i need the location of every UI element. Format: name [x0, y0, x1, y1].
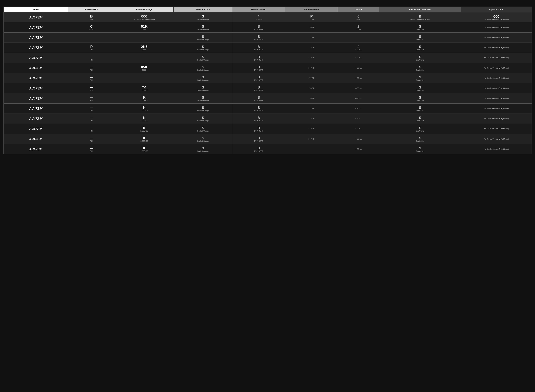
cell-pressure-type: SSealed Gauge — [174, 93, 232, 103]
cell-options-code: No Special Options (3-Digit Code) — [461, 144, 532, 154]
cell-pressure-range: 2K52500 — [115, 43, 174, 53]
table-row: AV47SM—PSIK1.00E+03SSealed GaugeB1/4 MBS… — [3, 144, 532, 154]
cell-wetted-material: 17-4PH — [285, 43, 338, 53]
cell-wetted-material: 17-4PH — [285, 22, 338, 33]
cell-wetted-material — [285, 144, 338, 154]
cell-pressure-unit: —PSI — [68, 93, 115, 103]
cell-serial: AV47SM — [3, 144, 68, 154]
cell-pressure-type: SSealed Gauge — [174, 33, 232, 43]
cell-serial: AV47SM — [3, 33, 68, 43]
cell-pressure-type: SSealed Gauge — [174, 43, 232, 53]
cell-electrical-connection: S3m Cable — [379, 93, 461, 103]
cell-pressure-range: K1.00E+03 — [115, 124, 174, 134]
cell-electrical-connection: BBendix Connector (6-Pin) — [379, 12, 461, 22]
cell-serial: AV47SM — [3, 114, 68, 124]
cell-pressure-range: 01K1000 — [115, 22, 174, 33]
cell-pressure-type: SSealed Gauge — [174, 22, 232, 33]
cell-options-code: No Special Options (3-Digit Code) — [461, 124, 532, 134]
table-row: AV47SM—PSI*K1.00E+03SSealed GaugeB1/4 MB… — [3, 83, 532, 93]
table-row: AV47SM—PSIK1.00E+03SSealed GaugeB1/4 MBS… — [3, 134, 532, 144]
cell-options-code: No Special Options (3-Digit Code) — [461, 73, 532, 83]
cell-pressure-unit: —PSI — [68, 53, 115, 63]
cell-serial: AV47SM — [3, 83, 68, 93]
cell-serial: AV47SM — [3, 43, 68, 53]
cell-output — [338, 33, 379, 43]
header-wetted-material: Wetted Material — [285, 7, 338, 12]
cell-pressure-type: SSealed Gauge — [174, 103, 232, 114]
cell-electrical-connection: S3m Cable — [379, 124, 461, 134]
cell-header-thread: B1/4 MBSPP — [232, 43, 285, 53]
cell-pressure-type: SSealed Gauge — [174, 53, 232, 63]
cell-pressure-range — [115, 33, 174, 43]
cell-pressure-type: SSealed Gauge — [174, 114, 232, 124]
cell-output: 4-20mA — [338, 53, 379, 63]
cell-wetted-material: 17-4PH — [285, 93, 338, 103]
cell-wetted-material: 17-4PH — [285, 114, 338, 124]
cell-output: 4-20mA — [338, 93, 379, 103]
header-options-code: Options Code — [461, 7, 532, 12]
cell-output: 4-20mA — [338, 144, 379, 154]
cell-output: 4-20mA — [338, 114, 379, 124]
cell-header-thread: B1/4 MBSPP — [232, 124, 285, 134]
cell-options-code: No Special Options (3-Digit Code) — [461, 63, 532, 73]
cell-options-code: 000No Special Options (3-Digit Code) — [461, 12, 532, 22]
cell-pressure-unit: —PSI — [68, 114, 115, 124]
cell-pressure-unit: —PSI — [68, 144, 115, 154]
cell-pressure-range: 05K5000 — [115, 63, 174, 73]
cell-pressure-unit: —PSI — [68, 73, 115, 83]
cell-serial: AV47SM — [3, 12, 68, 22]
cell-serial: AV47SM — [3, 93, 68, 103]
cell-pressure-unit: —PSI — [68, 124, 115, 134]
cell-wetted-material: 17-4PH — [285, 83, 338, 93]
cell-header-thread: B1/4 MBSPP — [232, 103, 285, 114]
cell-pressure-range: K1.00E+03 — [115, 134, 174, 144]
cell-header-thread: B1/4 MBSPP — [232, 83, 285, 93]
header-pressure-unit: Pressure Unit — [68, 7, 115, 12]
cell-options-code: No Special Options (3-Digit Code) — [461, 33, 532, 43]
table-row: AV47SMCkg/cm201K1000SSealed GaugeB1/4 MB… — [3, 22, 532, 33]
cell-options-code: No Special Options (3-Digit Code) — [461, 22, 532, 33]
cell-pressure-type: SSealed Gauge — [174, 144, 232, 154]
cell-wetted-material: 17-4PH — [285, 53, 338, 63]
header-thread: Header Thread — [232, 7, 285, 12]
header-electrical-connection: Electrical Connection — [379, 7, 461, 12]
cell-wetted-material: 17-4PH — [285, 33, 338, 43]
cell-pressure-range — [115, 53, 174, 63]
cell-header-thread: B1/4 MBSPP — [232, 114, 285, 124]
cell-header-thread: B1/4 MBSPP — [232, 22, 285, 33]
cell-wetted-material: P17-4PH — [285, 12, 338, 22]
cell-pressure-range: K1.00E+03 — [115, 144, 174, 154]
cell-wetted-material: 17-4PH — [285, 124, 338, 134]
cell-pressure-range: *K1.00E+03 — [115, 83, 174, 93]
cell-pressure-range: K1.00E+03 — [115, 103, 174, 114]
header-output: Output — [338, 7, 379, 12]
cell-options-code: No Special Options (3-Digit Code) — [461, 134, 532, 144]
cell-wetted-material: 17-4PH — [285, 63, 338, 73]
cell-header-thread: B1/4 MBSPP — [232, 144, 285, 154]
cell-electrical-connection: S3m Cable — [379, 53, 461, 63]
cell-pressure-type: SSealed Gauge — [174, 12, 232, 22]
cell-pressure-unit: PPSI — [68, 43, 115, 53]
table-row: AV47SMSSealed GaugeB1/4 MBSPP17-4PHS3m C… — [3, 33, 532, 43]
cell-pressure-type: SSealed Gauge — [174, 83, 232, 93]
cell-electrical-connection: S3m Cable — [379, 103, 461, 114]
cell-serial: AV47SM — [3, 134, 68, 144]
cell-pressure-type: SSealed Gauge — [174, 63, 232, 73]
cell-options-code: No Special Options (3-Digit Code) — [461, 93, 532, 103]
cell-output: 4-20mA — [338, 134, 379, 144]
cell-pressure-type: SSealed Gauge — [174, 124, 232, 134]
product-table: Serial Pressure Unit Pressure Range Pres… — [3, 7, 532, 154]
cell-serial: AV47SM — [3, 73, 68, 83]
cell-electrical-connection: S3m Cable — [379, 73, 461, 83]
header-pressure-range: Pressure Range — [115, 7, 174, 12]
cell-electrical-connection: S3m Cable — [379, 43, 461, 53]
cell-output: 44-20mA — [338, 43, 379, 53]
cell-header-thread: 41/4 MNPT — [232, 12, 285, 22]
cell-serial: AV47SM — [3, 22, 68, 33]
cell-wetted-material: 17-4PH — [285, 134, 338, 144]
cell-header-thread: B1/4 MBSPP — [232, 73, 285, 83]
cell-pressure-unit: BBar — [68, 12, 115, 22]
cell-pressure-unit: —PSI — [68, 103, 115, 114]
main-table-wrapper: Serial Pressure Unit Pressure Range Pres… — [3, 7, 532, 154]
cell-options-code: No Special Options (3-Digit Code) — [461, 83, 532, 93]
